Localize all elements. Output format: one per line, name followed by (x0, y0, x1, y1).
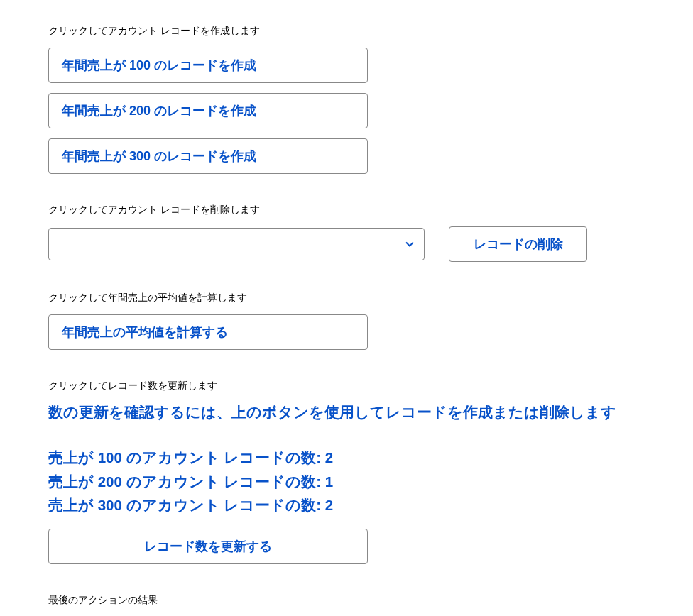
record-select-wrap (48, 228, 425, 260)
delete-record-button[interactable]: レコードの削除 (449, 226, 587, 262)
create-label: クリックしてアカウント レコードを作成します (48, 25, 645, 38)
refresh-info-block: 数の更新を確認するには、上のボタンを使用してレコードを作成または削除します (48, 402, 645, 423)
refresh-counts-button[interactable]: レコード数を更新する (48, 529, 368, 564)
refresh-info-text: 数の更新を確認するには、上のボタンを使用してレコードを作成または削除します (48, 402, 645, 423)
count-item-300: 売上が 300 のアカウント レコードの数: 2 (48, 493, 645, 517)
create-record-200-button[interactable]: 年間売上が 200 のレコードを作成 (48, 93, 368, 128)
result-label: 最後のアクションの結果 (48, 594, 645, 607)
calculate-label: クリックして年間売上の平均値を計算します (48, 292, 645, 304)
record-select[interactable] (48, 228, 425, 260)
calculate-section: クリックして年間売上の平均値を計算します 年間売上の平均値を計算する (48, 292, 645, 350)
create-record-100-button[interactable]: 年間売上が 100 のレコードを作成 (48, 48, 368, 83)
refresh-section: クリックしてレコード数を更新します 数の更新を確認するには、上のボタンを使用して… (48, 380, 645, 564)
create-section: クリックしてアカウント レコードを作成します 年間売上が 100 のレコードを作… (48, 25, 645, 174)
count-item-200: 売上が 200 のアカウント レコードの数: 1 (48, 470, 645, 494)
delete-label: クリックしてアカウント レコードを削除します (48, 204, 645, 216)
create-button-stack: 年間売上が 100 のレコードを作成 年間売上が 200 のレコードを作成 年間… (48, 48, 645, 174)
create-record-300-button[interactable]: 年間売上が 300 のレコードを作成 (48, 138, 368, 174)
calculate-average-button[interactable]: 年間売上の平均値を計算する (48, 314, 368, 350)
delete-row: レコードの削除 (48, 226, 645, 262)
refresh-label: クリックしてレコード数を更新します (48, 380, 645, 392)
count-list: 売上が 100 のアカウント レコードの数: 2 売上が 200 のアカウント … (48, 446, 645, 517)
count-item-100: 売上が 100 のアカウント レコードの数: 2 (48, 446, 645, 470)
result-section: 最後のアクションの結果 レコード数の更新 (48, 594, 645, 616)
delete-section: クリックしてアカウント レコードを削除します レコードの削除 (48, 204, 645, 262)
